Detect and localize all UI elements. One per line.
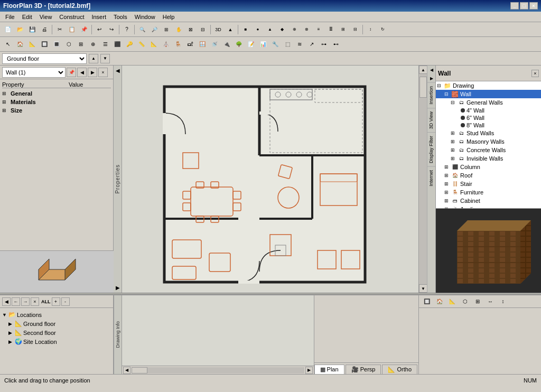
view3d-button[interactable]: 3D [212, 24, 224, 35]
tb2-icon24[interactable]: ≋ [294, 39, 305, 50]
tb2-icon13[interactable]: ⛪ [160, 39, 172, 50]
props-prev-button[interactable]: ◀ [77, 68, 87, 77]
props-pin-button[interactable]: 📌 [67, 68, 76, 77]
persp-tab[interactable]: 🎥 Persp [346, 365, 381, 374]
tb2-icon23[interactable]: ⬚ [282, 39, 293, 50]
props-next-button[interactable]: ▶ [88, 68, 97, 77]
floor-selector[interactable]: Ground floor Second floor Site Location [2, 53, 87, 64]
rp-expand-btn[interactable]: ▶ [427, 74, 436, 82]
floor-next-button[interactable]: ▼ [100, 54, 110, 63]
br-btn3[interactable]: 📐 [446, 296, 458, 307]
tree-wall[interactable]: ⊟ 🧱 Wall [436, 90, 541, 98]
tree-column[interactable]: ⊞ ⬛ Column [436, 163, 541, 171]
display-filter-tab[interactable]: Display Filter [427, 132, 435, 166]
second-floor-item[interactable]: ▶ 📐 Second floor [2, 328, 111, 337]
cut-button[interactable]: ✂ [54, 24, 66, 35]
tb2-icon20[interactable]: 📝 [245, 39, 257, 50]
tb2-icon12[interactable]: 📐 [148, 39, 160, 50]
internet-tab[interactable]: Internet [427, 166, 435, 190]
tree-4inch-wall[interactable]: 4" Wall [436, 107, 541, 114]
tb2-icon15[interactable]: 🛋 [184, 39, 196, 50]
ground-floor-item[interactable]: ▶ 📐 Ground floor [2, 319, 111, 328]
tb2-icon7[interactable]: ⊕ [87, 39, 99, 50]
canvas-area[interactable]: ▲ ▼ [122, 66, 427, 293]
menu-edit[interactable]: Edit [19, 13, 35, 21]
menu-construct[interactable]: Construct [56, 13, 87, 21]
rp-collapse-btn[interactable]: ◀ [427, 66, 436, 74]
help-button[interactable]: ? [121, 24, 133, 35]
tb2-icon4[interactable]: 🔳 [51, 39, 62, 50]
hscroll-thumb[interactable] [132, 367, 147, 374]
handle-left-arrow[interactable]: ◀ [116, 68, 120, 73]
br-btn2[interactable]: 🏠 [434, 296, 445, 307]
zoom-all-button[interactable]: ⊟ [197, 24, 209, 35]
open-button[interactable]: 📂 [14, 24, 26, 35]
floor-prev-button[interactable]: ▲ [89, 54, 98, 63]
hscroll-right-button[interactable]: ▶ [305, 367, 313, 374]
paste-button[interactable]: 📌 [78, 24, 90, 35]
maximize-button[interactable]: □ [520, 2, 528, 10]
new-button[interactable]: 📄 [2, 24, 14, 35]
tb2-icon19[interactable]: 🌳 [233, 39, 245, 50]
title-bar-buttons[interactable]: _ □ × [510, 2, 538, 10]
general-group[interactable]: ⊞ General [2, 89, 111, 98]
bl-close-btn[interactable]: × [31, 297, 39, 306]
print-button[interactable]: 🖨 [39, 24, 50, 35]
tb2-icon8[interactable]: ☰ [99, 39, 111, 50]
tb-icon9[interactable]: ⊞ [337, 24, 349, 35]
menu-file[interactable]: File [2, 13, 18, 21]
tb2-icon14[interactable]: 🪑 [172, 39, 184, 50]
tree-stair[interactable]: ⊞ 🪜 Stair [436, 180, 541, 188]
rotate-button[interactable]: ↻ [377, 24, 388, 35]
scroll-thumb[interactable] [419, 77, 427, 98]
tb2-icon21[interactable]: 📊 [257, 39, 269, 50]
zoom-pan-button[interactable]: ✋ [173, 24, 184, 35]
br-btn1[interactable]: 🔲 [421, 296, 433, 307]
site-location-item[interactable]: ▶ 🌍 Site Location [2, 337, 111, 346]
3dview-tab[interactable]: 3D View [427, 108, 435, 132]
tb2-icon1[interactable]: 🏠 [14, 39, 26, 50]
tree-8inch-wall[interactable]: 8" Wall [436, 122, 541, 129]
size-group[interactable]: ⊞ Size [2, 106, 111, 115]
close-button[interactable]: × [529, 2, 538, 10]
tb-icon4[interactable]: ◆ [276, 24, 288, 35]
tb-icon6[interactable]: ⊗ [301, 24, 312, 35]
tb-icon8[interactable]: ≣ [325, 24, 337, 35]
tb2-icon3[interactable]: 🔲 [39, 39, 50, 50]
hscroll-track[interactable] [132, 367, 304, 374]
tree-stud-walls[interactable]: ⊞ 🗂 Stud Walls [436, 129, 541, 137]
tb2-icon18[interactable]: 🔌 [221, 39, 232, 50]
menu-help[interactable]: Help [160, 13, 178, 21]
br-btn7[interactable]: ↕ [497, 296, 509, 307]
tree-concrete-walls[interactable]: ⊞ 🗂 Concrete Walls [436, 146, 541, 154]
tree-cabinet[interactable]: ⊞ 🗃 Cabinet [436, 197, 541, 205]
tree-masonry-walls[interactable]: ⊞ 🗂 Masonry Walls [436, 137, 541, 146]
tb2-icon26[interactable]: ⊶ [318, 39, 330, 50]
plan-tab[interactable]: ▦ Plan [314, 365, 344, 374]
minimize-button[interactable]: _ [510, 2, 519, 10]
save-button[interactable]: 💾 [26, 24, 38, 35]
scroll-up-button[interactable]: ▲ [419, 66, 427, 74]
tree-roof[interactable]: ⊞ 🏠 Roof [436, 171, 541, 180]
bl-add-btn[interactable]: + [52, 297, 60, 306]
tree-general-walls[interactable]: ⊟ 🗂 General Walls [436, 98, 541, 107]
hscroll-left-button[interactable]: ◀ [123, 367, 130, 374]
tb-icon3[interactable]: ▲ [264, 24, 276, 35]
tb2-icon16[interactable]: 🪟 [197, 39, 208, 50]
locations-root[interactable]: ▼ 📂 Locations [2, 310, 111, 319]
tb-icon2[interactable]: ● [252, 24, 264, 35]
zoom-window-button[interactable]: ⊞ [161, 24, 172, 35]
undo-button[interactable]: ↩ [94, 24, 105, 35]
move-button[interactable]: ↕ [365, 24, 376, 35]
tb2-icon5[interactable]: ⬡ [63, 39, 74, 50]
tb2-icon22[interactable]: 🔧 [269, 39, 281, 50]
props-close-button[interactable]: × [98, 68, 108, 77]
copy-button[interactable]: 📋 [66, 24, 78, 35]
menu-insert[interactable]: Insert [88, 13, 109, 21]
bl-collapse-btn[interactable]: ◀ [2, 297, 11, 306]
tree-6inch-wall[interactable]: 6" Wall [436, 114, 541, 122]
bl-right-btn[interactable]: → [21, 297, 30, 306]
tree-furniture[interactable]: ⊞ 🪑 Furniture [436, 188, 541, 197]
menu-window[interactable]: Window [132, 13, 158, 21]
redo-button[interactable]: ↪ [106, 24, 117, 35]
